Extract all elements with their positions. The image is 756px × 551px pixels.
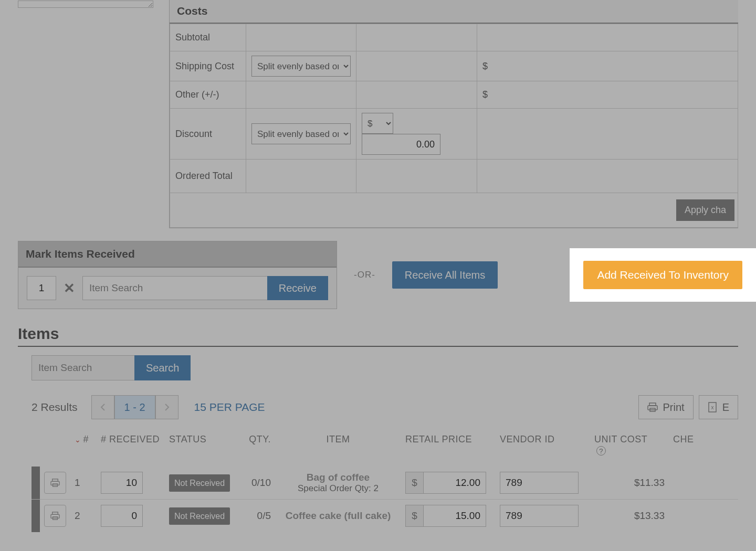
export-icon: x — [708, 402, 717, 412]
unit-cost-value: $11.33 — [590, 467, 669, 500]
col-unitcost[interactable]: UNIT COST ? — [590, 429, 669, 467]
mark-items-received-header: Mark Items Received — [18, 241, 337, 268]
chevron-left-icon — [100, 404, 106, 411]
or-divider: -OR- — [354, 270, 375, 280]
items-title: Items — [18, 325, 738, 343]
retail-price-input[interactable] — [423, 505, 486, 527]
shipping-label: Shipping Cost — [170, 51, 246, 81]
receive-button[interactable]: Receive — [267, 276, 328, 300]
sort-desc-icon: ⌄ — [75, 436, 81, 444]
export-button-label: E — [722, 401, 729, 414]
print-icon — [647, 402, 658, 412]
items-search-button[interactable]: Search — [134, 355, 191, 380]
col-che[interactable]: CHE — [669, 429, 738, 467]
print-icon — [50, 479, 60, 487]
svg-rect-8 — [52, 512, 58, 514]
per-page-link[interactable]: 15 PER PAGE — [194, 401, 265, 414]
table-row: 2 Not Received 0/5 Coffee cake (full cak… — [32, 500, 738, 533]
svg-rect-1 — [648, 406, 657, 410]
export-button[interactable]: x E — [699, 395, 738, 419]
shipping-currency-prefix: $ — [477, 51, 738, 81]
row-print-button[interactable] — [44, 505, 66, 527]
currency-prefix: $ — [405, 472, 423, 494]
print-button[interactable]: Print — [638, 395, 694, 419]
apply-changes-button[interactable]: Apply cha — [676, 199, 734, 221]
col-received[interactable]: # RECEIVED — [97, 429, 165, 467]
discount-currency-select[interactable]: $ — [362, 113, 393, 134]
col-vendor[interactable]: VENDOR ID — [496, 429, 590, 467]
unit-cost-value: $13.33 — [590, 500, 669, 533]
item-name: Bag of coffee — [279, 472, 397, 483]
item-name: Coffee cake (full cake) — [279, 510, 397, 522]
subtotal-label: Subtotal — [170, 24, 246, 51]
row-drag-handle[interactable] — [32, 500, 40, 533]
status-badge: Not Received — [169, 507, 230, 525]
col-status[interactable]: STATUS — [165, 429, 238, 467]
notes-textarea[interactable] — [18, 1, 153, 8]
print-icon — [50, 512, 60, 520]
received-count-input[interactable] — [101, 505, 143, 527]
help-icon[interactable]: ? — [596, 446, 606, 455]
row-num: 2 — [70, 500, 97, 533]
vendor-id-input[interactable] — [500, 472, 579, 494]
col-retail[interactable]: RETAIL PRICE — [401, 429, 496, 467]
items-search-input[interactable] — [32, 355, 134, 380]
col-qty[interactable]: QTY. — [238, 429, 275, 467]
shipping-split-select[interactable]: Split evenly based on — [251, 56, 351, 77]
svg-text:x: x — [711, 405, 713, 410]
add-received-to-inventory-button[interactable]: Add Received To Inventory — [583, 261, 742, 289]
chevron-right-icon — [164, 404, 170, 411]
receive-qty-input[interactable] — [27, 276, 56, 300]
row-print-button[interactable] — [44, 472, 66, 494]
row-qty: 0/5 — [238, 500, 275, 533]
svg-rect-5 — [52, 479, 58, 481]
multiply-icon: ✕ — [64, 280, 75, 296]
pager-prev-button[interactable] — [91, 395, 114, 419]
other-currency-prefix: $ — [477, 81, 738, 109]
other-label: Other (+/-) — [170, 81, 246, 109]
received-count-input[interactable] — [101, 472, 143, 494]
currency-prefix: $ — [405, 505, 423, 527]
row-qty: 0/10 — [238, 467, 275, 500]
discount-label: Discount — [170, 109, 246, 160]
receive-item-search-input[interactable] — [82, 276, 267, 300]
vendor-id-input[interactable] — [500, 505, 579, 527]
ordered-total-label: Ordered Total — [170, 160, 246, 193]
item-subtext: Special Order Qty: 2 — [279, 483, 397, 494]
status-badge: Not Received — [169, 474, 230, 492]
pager-current-page: 1 - 2 — [114, 395, 155, 419]
pager-next-button[interactable] — [155, 395, 178, 419]
col-item[interactable]: ITEM — [275, 429, 401, 467]
table-row: 1 Not Received 0/10 Bag of coffee Specia… — [32, 467, 738, 500]
svg-rect-6 — [51, 481, 59, 485]
receive-all-items-button[interactable]: Receive All Items — [392, 261, 498, 289]
discount-amount-input[interactable] — [362, 134, 440, 155]
row-drag-handle[interactable] — [32, 467, 40, 500]
items-divider — [18, 346, 738, 347]
costs-header: Costs — [170, 0, 738, 24]
print-button-label: Print — [663, 401, 685, 414]
results-count: 2 Results — [32, 401, 78, 414]
row-num: 1 — [70, 467, 97, 500]
col-num[interactable]: ⌄# — [70, 429, 97, 467]
svg-rect-9 — [51, 514, 59, 518]
retail-price-input[interactable] — [423, 472, 486, 494]
discount-split-select[interactable]: Split evenly based on — [251, 123, 351, 144]
